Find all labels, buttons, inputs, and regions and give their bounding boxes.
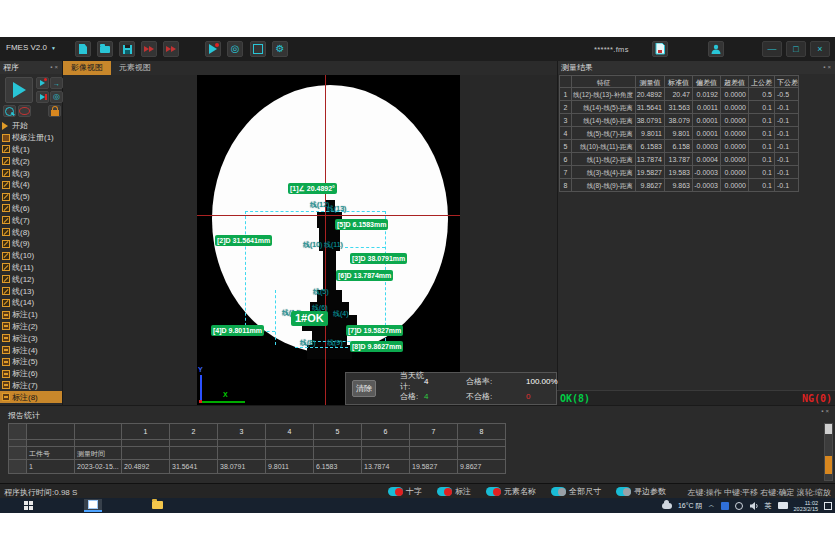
program-item[interactable]: 线(13) (0, 285, 62, 297)
notification-center-icon[interactable] (824, 502, 832, 510)
scrollbar-thumb[interactable] (825, 456, 832, 474)
result-row[interactable]: 1线(12)-线(13)-补角度20.489220.470.01920.0000… (559, 88, 799, 101)
program-item[interactable]: 线(14) (0, 297, 62, 309)
loop-run-button[interactable] (18, 105, 31, 117)
results-col-feature[interactable]: 特征 (572, 75, 636, 88)
volume-icon[interactable] (749, 501, 759, 511)
result-row[interactable]: 5线(10)-线(11)-距离6.15836.1580.00030.00000.… (559, 140, 799, 153)
maximize-button[interactable]: □ (786, 41, 806, 57)
tray-expand-icon[interactable]: ︿ (709, 501, 715, 510)
camera-button[interactable]: ◎ (227, 41, 243, 57)
active-app-task-button[interactable] (84, 499, 102, 512)
user-button[interactable] (708, 41, 724, 57)
results-col-upper[interactable]: 上公差 (749, 75, 775, 88)
file-explorer-button[interactable] (152, 501, 163, 509)
program-item[interactable]: 线(11) (0, 262, 62, 274)
result-row[interactable]: 6线(1)-线(2)-距离13.787413.7870.00040.00000.… (559, 153, 799, 166)
program-item[interactable]: 线(9) (0, 238, 62, 250)
program-item[interactable]: 线(10) (0, 250, 62, 262)
result-row[interactable]: 8线(8)-线(9)-距离9.86279.863-0.00030.00000.1… (559, 179, 799, 192)
start-button[interactable] (24, 501, 33, 510)
taskbar-clock[interactable]: 11:02 2023/2/15 (794, 500, 818, 512)
toggle-item[interactable]: 寻边参数 (616, 486, 666, 497)
keyboard-icon[interactable] (778, 502, 788, 509)
program-item[interactable]: 标注(4) (0, 344, 62, 356)
image-viewport[interactable]: Y X 线(12) 线(13) 线(10) 线(11) 线(5) 线(6) 线(… (63, 75, 557, 405)
input-language-indicator[interactable]: 英 (765, 501, 772, 511)
toggle-item[interactable]: 元素名称 (486, 486, 536, 497)
save-button[interactable] (119, 41, 135, 57)
result-row[interactable]: 7线(3)-线(4)-距离19.582719.583-0.00030.00000… (559, 166, 799, 179)
lock-button[interactable] (48, 105, 61, 117)
program-item[interactable]: 模板注册(1) (0, 132, 62, 144)
toggle-switch[interactable] (551, 487, 566, 496)
target-button[interactable]: ◎ (50, 91, 63, 103)
results-col-lower[interactable]: 下公差 (775, 75, 799, 88)
dimension-label: [4]D 9.8011mm (211, 325, 264, 336)
program-item[interactable]: 线(4) (0, 179, 62, 191)
results-col-over[interactable]: 超差值 (721, 75, 749, 88)
app-menu[interactable]: FMES V2.0 ▼ (6, 43, 56, 52)
pause-run-button[interactable] (36, 91, 49, 103)
new-file-button[interactable] (75, 41, 91, 57)
toggle-item[interactable]: 标注 (437, 486, 471, 497)
results-col-deviation[interactable]: 偏差值 (693, 75, 721, 88)
program-run-button[interactable] (5, 77, 33, 103)
step-run-button[interactable] (36, 77, 49, 89)
program-item[interactable]: 线(6) (0, 203, 62, 215)
results-col-measured[interactable]: 测量值 (636, 75, 665, 88)
report-row[interactable] (9, 440, 506, 447)
scrollbar-up-button[interactable] (825, 424, 832, 434)
network-icon[interactable] (735, 502, 743, 510)
program-item[interactable]: 开始 (0, 120, 62, 132)
close-button[interactable]: × (810, 41, 830, 57)
settings-button[interactable]: ⚙ (272, 41, 288, 57)
program-item[interactable]: 标注(5) (0, 356, 62, 368)
roi-button[interactable] (250, 41, 266, 57)
program-item[interactable]: 线(3) (0, 167, 62, 179)
report-row[interactable]: 12345678 (9, 424, 506, 440)
panel-pin-close-icons[interactable]: ▪× (823, 61, 833, 74)
program-item[interactable]: 线(12) (0, 273, 62, 285)
tray-app-icon[interactable] (721, 502, 729, 510)
zoom-search-button[interactable] (3, 105, 16, 117)
program-item[interactable]: 线(5) (0, 191, 62, 203)
open-file-button[interactable] (97, 41, 113, 57)
program-item[interactable]: 标注(6) (0, 368, 62, 380)
toggle-switch[interactable] (388, 487, 403, 496)
program-item[interactable]: 线(2) (0, 155, 62, 167)
panel-pin-close-icons[interactable]: ▪× (50, 61, 60, 74)
import-button[interactable] (163, 41, 179, 57)
toggle-switch[interactable] (616, 487, 631, 496)
axis-origin-dot (199, 400, 202, 403)
report-scrollbar[interactable] (824, 423, 833, 481)
program-item[interactable]: 线(8) (0, 226, 62, 238)
run-button[interactable] (205, 41, 221, 57)
export-button[interactable] (141, 41, 157, 57)
results-col-standard[interactable]: 标准值 (665, 75, 693, 88)
run-to-button[interactable]: → (50, 77, 63, 89)
program-item[interactable]: 标注(3) (0, 332, 62, 344)
report-row[interactable]: 工件号测量时间 (9, 447, 506, 460)
program-item[interactable]: 标注(1) (0, 309, 62, 321)
toggle-switch[interactable] (486, 487, 501, 496)
report-doc-button[interactable] (652, 41, 668, 57)
toggle-item[interactable]: 十字 (388, 486, 422, 497)
result-row[interactable]: 2线(14)-线(5)-距离31.564131.5630.00110.00000… (559, 101, 799, 114)
clear-stats-button[interactable]: 清除 (352, 380, 376, 397)
program-item[interactable]: 标注(7) (0, 380, 62, 392)
program-item[interactable]: 线(1) (0, 144, 62, 156)
minimize-button[interactable]: — (762, 41, 782, 57)
toggle-item[interactable]: 全部尺寸 (551, 486, 601, 497)
tab-element-view[interactable]: 元素视图 (111, 61, 159, 75)
program-item[interactable]: 标注(8) (0, 391, 62, 403)
program-item[interactable]: 标注(2) (0, 321, 62, 333)
result-row[interactable]: 4线(5)-线(7)-距离9.80119.8010.00010.00000.1-… (559, 127, 799, 140)
report-row[interactable]: 12023-02-15...20.489231.564138.07919.801… (9, 460, 506, 474)
toggle-switch[interactable] (437, 487, 452, 496)
panel-pin-close-icons[interactable]: ▪× (821, 408, 831, 414)
tab-image-view[interactable]: 影像视图 (63, 61, 111, 75)
weather-text[interactable]: 16°C 阴 (678, 501, 703, 511)
program-item[interactable]: 线(7) (0, 214, 62, 226)
result-row[interactable]: 3线(14)-线(6)-距离38.079138.0790.00010.00000… (559, 114, 799, 127)
